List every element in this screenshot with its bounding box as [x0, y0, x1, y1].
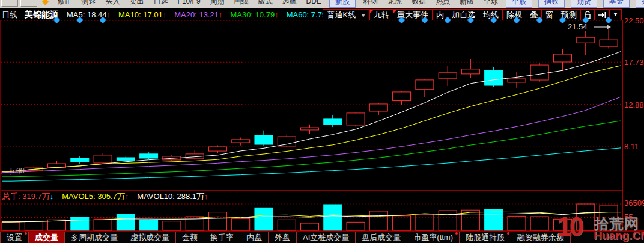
tab-盘后成交量[interactable]: 盘后成交量 — [356, 232, 407, 243]
candle-body — [577, 37, 595, 43]
tab-多周期成交量[interactable]: 多周期成交量 — [65, 232, 124, 243]
volume-bar — [163, 221, 181, 231]
candle-body — [393, 92, 411, 101]
volume-bar — [485, 209, 503, 231]
candle-body — [301, 128, 319, 130]
volume-stat-text: 总手: 319.7万 — [2, 192, 50, 201]
up-arrow-icon: ↑ — [204, 192, 208, 201]
notification-dot — [507, 232, 509, 235]
candle-body — [347, 113, 365, 125]
candle-body — [485, 70, 503, 85]
volume-bar — [416, 214, 434, 230]
event-diamond-icon — [467, 17, 474, 23]
candle-body — [600, 40, 618, 46]
event-diamond-icon — [513, 17, 520, 23]
low-price-annotation: ←5.08 — [3, 167, 24, 175]
volume-bar — [94, 219, 112, 230]
price-axis-label: 17.73 — [624, 58, 644, 67]
indicator-tab-bar: 设置成交量多周期成交量虚拟成交量金额换手率内盘外盘AI立桩成交量盘后成交量市盈率… — [0, 232, 644, 243]
tab-label: 外盘 — [275, 233, 290, 242]
event-diamond-icon — [53, 17, 60, 23]
tab-label: 盘后成交量 — [362, 233, 401, 242]
price-axis-label: 12.88 — [624, 100, 644, 109]
tab-成交量[interactable]: 成交量 — [29, 232, 65, 243]
tab-label: 成交量 — [35, 233, 58, 242]
tab-换手率[interactable]: 换手率 — [204, 232, 240, 243]
volume-bar — [232, 218, 250, 230]
volume-stat: MAVOL10: 288.1万↑ — [137, 191, 208, 202]
volume-bar — [117, 214, 135, 230]
candle-body — [553, 54, 571, 62]
tab-label: 陆股通持股 — [466, 233, 505, 242]
volume-header: 总手: 319.7万↓MAVOL5: 305.7万↑MAVOL10: 288.1… — [2, 191, 217, 202]
candle-body — [255, 135, 273, 144]
volume-bar — [255, 208, 273, 230]
volume-bar — [439, 211, 457, 231]
tab-AI立桩成交量[interactable]: AI立桩成交量 — [297, 232, 356, 243]
watermark-10: 10 — [557, 212, 582, 242]
tab-label: 内盘 — [246, 233, 262, 242]
tab-陆股通持股[interactable]: 陆股通持股 — [460, 232, 511, 243]
candle-body — [439, 73, 457, 79]
high-price-annotation: 21.54 — [568, 22, 588, 31]
event-diamond-icon — [559, 17, 566, 23]
volume-stat-text: MAVOL10: 288.1万 — [137, 192, 204, 201]
tab-金额[interactable]: 金额 — [176, 232, 204, 243]
event-diamond-icon — [536, 17, 543, 23]
tab-内盘[interactable]: 内盘 — [240, 232, 269, 243]
kline-chart — [0, 0, 644, 243]
candle-body — [140, 154, 158, 158]
volume-bar — [508, 216, 526, 230]
volume-bar — [2, 222, 20, 231]
tab-label: 设置 — [7, 233, 22, 242]
candle-body — [416, 80, 434, 90]
price-axis-label: 22.50 — [624, 16, 644, 25]
candle-body — [461, 69, 479, 74]
event-diamond-icon — [445, 17, 451, 23]
tab-市盈率(ttm)[interactable]: 市盈率(ttm) — [407, 232, 460, 243]
candle-body — [208, 147, 226, 151]
candle-body — [117, 158, 135, 161]
tab-label: 虚拟成交量 — [130, 233, 169, 242]
volume-stat-text: MAVOL5: 305.7万 — [62, 192, 125, 201]
notification-dot — [25, 232, 27, 235]
ma-line-MA5 — [2, 51, 621, 171]
tab-label: 换手率 — [210, 233, 234, 242]
volume-axis-label: 36509 — [624, 198, 644, 208]
tab-外盘[interactable]: 外盘 — [269, 232, 297, 243]
volume-bar — [25, 221, 43, 231]
volume-bar — [301, 223, 319, 230]
up-arrow-icon: ↑ — [125, 192, 129, 201]
tab-设置[interactable]: 设置 — [0, 232, 29, 243]
event-diamond-icon — [490, 17, 497, 23]
candle-body — [530, 65, 548, 80]
tab-label: 金额 — [182, 233, 198, 242]
tab-label: 多周期成交量 — [71, 233, 118, 242]
tab-label: AI立桩成交量 — [303, 233, 349, 242]
volume-bar — [530, 217, 548, 231]
volume-bar — [71, 217, 89, 231]
volume-bar — [278, 220, 296, 230]
candle-body — [324, 119, 342, 125]
high-annotation-arrowhead — [607, 25, 611, 29]
tab-虚拟成交量[interactable]: 虚拟成交量 — [124, 232, 176, 243]
event-diamond-icon — [100, 17, 106, 23]
volume-bar — [324, 205, 342, 231]
event-diamond-icon — [421, 17, 428, 23]
volume-bar — [369, 211, 387, 231]
candle-body — [508, 79, 526, 82]
candle-body — [232, 140, 250, 143]
mavol10-line — [2, 212, 621, 223]
event-diamond-icon — [606, 17, 612, 23]
down-arrow-icon: ↓ — [50, 192, 54, 201]
event-diamond-icon — [398, 17, 405, 23]
watermark-en: Huang.CN — [594, 229, 644, 242]
volume-bar — [347, 222, 365, 230]
price-axis-label: 8.11 — [624, 142, 639, 151]
candle-body — [369, 104, 387, 111]
tab-label: 市盈率(ttm) — [413, 233, 453, 242]
volume-stat: 总手: 319.7万↓ — [2, 191, 53, 202]
watermark: 10 拾荒网 Huang.CN — [557, 214, 644, 243]
notification-dot — [455, 232, 458, 235]
volume-bar — [140, 220, 158, 230]
